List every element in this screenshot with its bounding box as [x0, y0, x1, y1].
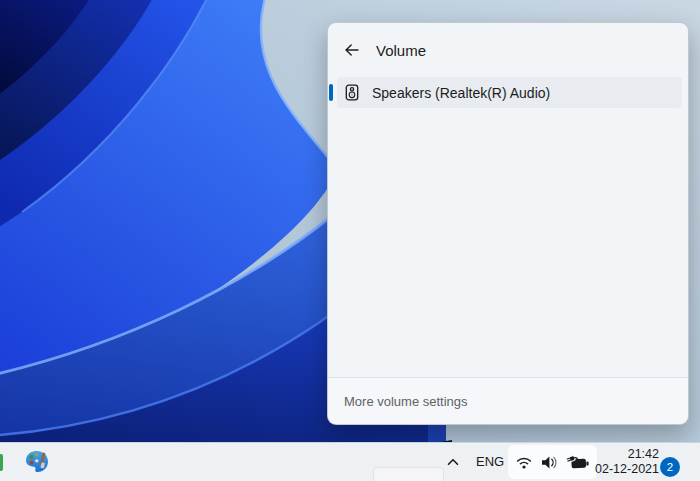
notification-badge[interactable]: 2 [660, 457, 680, 477]
paint-icon[interactable] [23, 448, 50, 475]
hidden-icons-chevron[interactable] [444, 453, 462, 471]
audio-device-row[interactable]: Speakers (Realtek(R) Audio) [337, 77, 682, 108]
arrow-left-icon [343, 42, 361, 58]
more-volume-settings-link[interactable]: More volume settings [328, 377, 688, 424]
flyout-empty-area [328, 108, 688, 377]
volume-flyout-panel: Volume Speakers (Realtek(R) Audio) More … [327, 22, 689, 425]
clock[interactable]: 21:42 02-12-2021 [595, 447, 659, 477]
flyout-title: Volume [376, 42, 426, 59]
back-button[interactable] [337, 35, 367, 65]
speaker-device-icon [345, 84, 359, 101]
wifi-icon [515, 454, 533, 471]
battery-charging-icon [566, 453, 590, 471]
clock-time: 21:42 [595, 447, 659, 462]
more-volume-settings-label: More volume settings [344, 394, 468, 409]
audio-device-label: Speakers (Realtek(R) Audio) [372, 85, 550, 101]
desktop-screen: Volume Speakers (Realtek(R) Audio) More … [0, 0, 700, 481]
selected-accent-bar [329, 84, 333, 101]
clock-date: 02-12-2021 [595, 462, 659, 477]
language-indicator[interactable]: ENG [473, 443, 507, 481]
volume-icon [540, 454, 559, 471]
partial-window-edge [373, 467, 444, 481]
flyout-header: Volume [328, 23, 688, 77]
taskbar: ENG [0, 442, 700, 481]
system-tray-group[interactable] [508, 445, 597, 479]
partial-app-icon[interactable] [0, 454, 3, 471]
